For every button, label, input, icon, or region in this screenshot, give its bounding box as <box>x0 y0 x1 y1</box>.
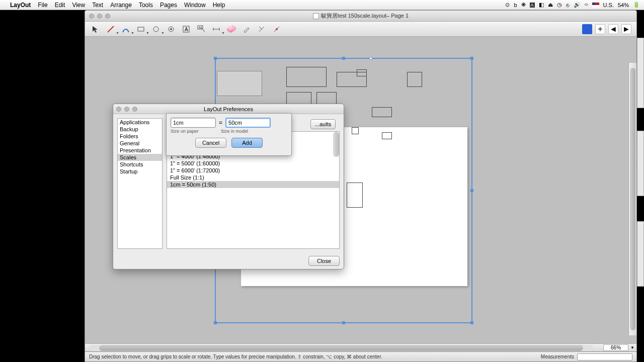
text-tool[interactable]: A <box>181 24 192 35</box>
add-button[interactable]: Add <box>231 138 263 148</box>
menuextra-shield-icon[interactable]: ◧ <box>539 2 544 8</box>
zoom-dropdown-icon[interactable]: ▼ <box>630 345 634 350</box>
size-on-paper-label: Size on paper <box>171 129 221 134</box>
resize-handle[interactable] <box>342 321 345 324</box>
svg-text:A: A <box>185 27 188 32</box>
preferences-titlebar[interactable]: LayOut Preferences <box>113 104 344 114</box>
scale-item-selected[interactable]: 1cm = 50cm (1:50) <box>167 181 339 188</box>
eraser-tool[interactable]: 🧼 <box>226 24 237 35</box>
prefs-cat-folders[interactable]: Folders <box>118 133 162 140</box>
prefs-cat-startup[interactable]: Startup <box>118 168 162 175</box>
menuextra-clock-icon[interactable]: ◷ <box>557 2 562 8</box>
app-name[interactable]: LayOut <box>10 2 31 9</box>
menu-help[interactable]: Help <box>213 2 225 9</box>
document-title: 駿寶居test 150scale.layout– Page 1 <box>321 12 409 20</box>
menu-tools[interactable]: Tools <box>139 2 153 9</box>
resize-handle[interactable] <box>470 57 473 60</box>
vertical-scrollbar[interactable] <box>628 63 636 335</box>
measurements-input[interactable] <box>577 353 632 360</box>
battery-percent[interactable]: 54% <box>618 2 629 8</box>
menuextra-volume-icon[interactable]: 🔊 <box>574 2 581 8</box>
preferences-categories[interactable]: Applications Backup Folders General Pres… <box>117 118 163 249</box>
label-tool[interactable]: A1 <box>196 24 207 35</box>
resize-handle[interactable] <box>470 321 473 324</box>
arc-tool[interactable]: ▼ <box>120 24 131 35</box>
previous-page-tool[interactable]: ◄ <box>608 24 618 34</box>
scale-item[interactable]: Full Size (1:1) <box>167 174 339 181</box>
menuextra-eject-icon[interactable]: ⏏ <box>548 2 553 8</box>
menuextra-bluetooth-icon[interactable]: ⎋ <box>566 2 570 8</box>
menu-file[interactable]: File <box>38 2 47 9</box>
mac-menubar: LayOut File Edit View Text Arrange Tools… <box>0 0 644 10</box>
menuextra-b-icon[interactable]: b <box>514 2 517 8</box>
side-panel[interactable] <box>637 38 644 108</box>
menu-view[interactable]: View <box>72 2 85 9</box>
close-window-icon[interactable] <box>89 14 94 19</box>
dimension-tool[interactable]: ▼ <box>211 24 222 35</box>
battery-icon[interactable]: 🔋 <box>633 2 640 8</box>
minimize-window-icon[interactable] <box>97 14 102 19</box>
toolbar: ▼ ▼ ▼ ▼ A A1 ▼ 🧼 + ◄ ► <box>85 22 636 37</box>
document-icon <box>313 13 319 19</box>
size-in-model-input[interactable] <box>225 118 271 128</box>
side-panel[interactable] <box>637 131 644 196</box>
size-on-paper-input[interactable] <box>171 118 216 128</box>
prefs-cat-presentation[interactable]: Presentation <box>118 147 162 154</box>
measurements-label: Measurements <box>541 354 574 359</box>
scale-item[interactable]: 1" = 5000' (1:60000) <box>167 160 339 167</box>
menuextra-dropbox-icon[interactable]: ⊙ <box>505 2 510 8</box>
polygon-tool[interactable] <box>166 24 177 35</box>
scale-item[interactable]: 1" = 6000' (1:72000) <box>167 167 339 174</box>
menu-pages[interactable]: Pages <box>160 2 177 9</box>
svg-point-1 <box>153 27 158 32</box>
zoom-level[interactable]: 66% <box>603 344 628 351</box>
svg-point-3 <box>170 28 172 30</box>
split-tool[interactable] <box>256 24 267 35</box>
close-button[interactable]: Close <box>308 256 340 266</box>
next-page-tool[interactable]: ► <box>621 24 631 34</box>
resize-handle[interactable] <box>342 57 345 60</box>
svg-text:A1: A1 <box>199 26 203 29</box>
horizontal-scrollbar[interactable]: 66% ▼ <box>85 343 636 351</box>
prefs-cat-general[interactable]: General <box>118 140 162 147</box>
menuextra-adobe-icon[interactable]: A <box>530 3 535 8</box>
window-titlebar[interactable]: 駿寶居test 150scale.layout– Page 1 <box>85 11 636 22</box>
rotate-handle[interactable] <box>369 57 372 60</box>
circle-tool[interactable]: ▼ <box>150 24 162 35</box>
restore-defaults-button[interactable]: ...aults <box>310 119 336 129</box>
menuextra-sync-icon[interactable]: ❋ <box>521 2 526 8</box>
menu-window[interactable]: Window <box>184 2 206 9</box>
resize-handle[interactable] <box>214 57 217 60</box>
menu-arrange[interactable]: Arrange <box>110 2 132 9</box>
status-bar: Drag selection to move, or drag grips to… <box>85 352 637 362</box>
add-scale-popover: = Size on paper Size in model Cancel Add <box>166 113 292 156</box>
menu-edit[interactable]: Edit <box>55 2 65 9</box>
resize-handle[interactable] <box>470 189 473 192</box>
prefs-cat-applications[interactable]: Applications <box>118 119 162 126</box>
menu-text[interactable]: Text <box>92 2 103 9</box>
add-page-tool[interactable]: + <box>595 24 605 34</box>
rectangle-tool[interactable]: ▼ <box>135 24 146 35</box>
line-tool[interactable]: ▼ <box>105 24 116 35</box>
resize-handle[interactable] <box>214 321 217 324</box>
cancel-button[interactable]: Cancel <box>195 138 226 148</box>
zoom-dialog-icon[interactable] <box>132 107 137 112</box>
size-in-model-label: Size in model <box>221 129 248 134</box>
svg-point-8 <box>276 28 278 30</box>
list-scrollbar[interactable] <box>333 132 339 157</box>
prefs-cat-backup[interactable]: Backup <box>118 126 162 133</box>
input-language[interactable]: U.S. <box>603 2 614 8</box>
join-tool[interactable] <box>271 24 282 35</box>
close-dialog-icon[interactable] <box>116 107 121 112</box>
side-panel[interactable] <box>637 221 644 287</box>
input-flag-icon[interactable] <box>592 3 599 8</box>
select-tool[interactable] <box>90 24 101 35</box>
equals-label: = <box>219 119 222 126</box>
minimize-dialog-icon[interactable] <box>124 107 129 112</box>
prefs-cat-scales[interactable]: Scales <box>118 154 162 161</box>
menuextra-wifi-icon[interactable]: ⌔ <box>585 2 588 8</box>
prefs-cat-shortcuts[interactable]: Shortcuts <box>118 161 162 168</box>
style-tool[interactable] <box>241 24 252 35</box>
presentation-tool[interactable] <box>582 24 592 34</box>
zoom-window-icon[interactable] <box>105 14 110 19</box>
